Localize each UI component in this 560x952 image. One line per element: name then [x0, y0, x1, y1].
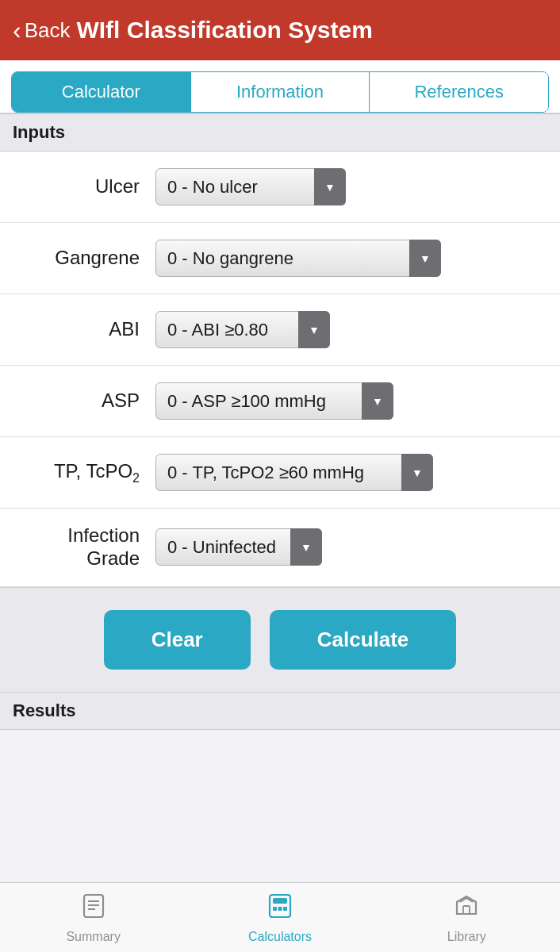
tab-group: Calculator Information References	[11, 71, 549, 113]
summary-icon	[79, 892, 108, 927]
asp-select[interactable]: 0 - ASP ≥100 mmHg 1 - ASP 70-99 mmHg 2 -…	[155, 382, 393, 420]
tp-tcpo2-select-wrapper: 0 - TP, TcPO2 ≥60 mmHg 1 - TP, TcPO2 40-…	[155, 454, 433, 491]
back-chevron-icon: ‹	[13, 17, 21, 43]
tab-calculator[interactable]: Calculator	[12, 72, 191, 112]
tp-tcpo2-row: TP, TcPO2 0 - TP, TcPO2 ≥60 mmHg 1 - TP,…	[0, 437, 560, 509]
back-button[interactable]: ‹ Back	[13, 17, 70, 43]
summary-nav-label: Summary	[66, 930, 120, 944]
ulcer-select[interactable]: 0 - No ulcer 1 - Small ulcer 2 - Medium …	[155, 168, 346, 205]
library-nav-label: Library	[447, 930, 486, 944]
page-title: WIfl Classification System	[76, 17, 372, 44]
nav-item-calculators[interactable]: Calculators	[186, 892, 373, 944]
tp-tcpo2-select[interactable]: 0 - TP, TcPO2 ≥60 mmHg 1 - TP, TcPO2 40-…	[155, 454, 433, 491]
abi-row: ABI 0 - ABI ≥0.80 1 - ABI 0.60-0.79 2 - …	[0, 294, 560, 366]
asp-select-wrapper: 0 - ASP ≥100 mmHg 1 - ASP 70-99 mmHg 2 -…	[155, 382, 393, 420]
back-label: Back	[25, 18, 71, 43]
inputs-section-label: Inputs	[0, 113, 560, 152]
infection-grade-select[interactable]: 0 - Uninfected 1 - Mild 2 - Moderate 3 -…	[155, 528, 322, 566]
svg-rect-9	[463, 906, 470, 914]
bottom-nav: Summary Calculators Library	[0, 882, 560, 952]
asp-label: ASP	[13, 390, 140, 413]
ulcer-select-wrapper: 0 - No ulcer 1 - Small ulcer 2 - Medium …	[155, 168, 346, 205]
results-section: Results	[0, 693, 560, 730]
calculate-button[interactable]: Calculate	[270, 610, 457, 670]
nav-item-summary[interactable]: Summary	[0, 892, 186, 944]
ulcer-row: Ulcer 0 - No ulcer 1 - Small ulcer 2 - M…	[0, 152, 560, 223]
svg-rect-6	[273, 907, 277, 911]
tp-tcpo2-label: TP, TcPO2	[13, 460, 140, 486]
infection-grade-select-wrapper: 0 - Uninfected 1 - Mild 2 - Moderate 3 -…	[155, 528, 322, 566]
calculators-nav-label: Calculators	[248, 930, 312, 944]
buttons-section: Clear Calculate	[0, 587, 560, 693]
asp-row: ASP 0 - ASP ≥100 mmHg 1 - ASP 70-99 mmHg…	[0, 366, 560, 437]
abi-label: ABI	[13, 318, 140, 341]
gangrene-select-wrapper: 0 - No gangrene 1 - Focal gangrene 2 - E…	[155, 240, 441, 277]
library-icon	[452, 892, 481, 927]
gangrene-label: Gangrene	[13, 247, 140, 270]
tab-references[interactable]: References	[370, 72, 548, 112]
svg-rect-7	[278, 907, 282, 911]
tab-information[interactable]: Information	[191, 72, 370, 112]
clear-button[interactable]: Clear	[104, 610, 251, 670]
abi-select-wrapper: 0 - ABI ≥0.80 1 - ABI 0.60-0.79 2 - ABI …	[155, 311, 330, 348]
gangrene-select[interactable]: 0 - No gangrene 1 - Focal gangrene 2 - E…	[155, 240, 441, 277]
gangrene-row: Gangrene 0 - No gangrene 1 - Focal gangr…	[0, 223, 560, 294]
nav-item-library[interactable]: Library	[374, 892, 560, 944]
calculators-icon	[266, 892, 294, 927]
ulcer-label: Ulcer	[13, 175, 140, 198]
infection-grade-label: Infection Grade	[13, 524, 140, 570]
header: ‹ Back WIfl Classification System	[0, 0, 560, 60]
results-label: Results	[13, 701, 75, 720]
svg-rect-5	[273, 898, 287, 904]
infection-grade-row: Infection Grade 0 - Uninfected 1 - Mild …	[0, 509, 560, 587]
tabs-container: Calculator Information References	[0, 60, 560, 113]
inputs-section: Ulcer 0 - No ulcer 1 - Small ulcer 2 - M…	[0, 152, 560, 587]
abi-select[interactable]: 0 - ABI ≥0.80 1 - ABI 0.60-0.79 2 - ABI …	[155, 311, 330, 348]
svg-rect-8	[283, 907, 287, 911]
